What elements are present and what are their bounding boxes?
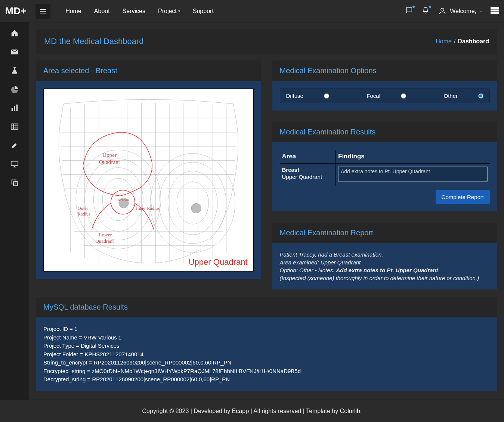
page-title: MD the Medical Dashboard [44,37,144,46]
hamburger-icon [40,8,46,14]
footer-text-before: Copyright © 2023 | Developed by [142,408,232,414]
bell-icon [421,6,430,15]
chevron-down-icon: ⌄ [479,9,482,13]
mysql-line: Project ID = 1 [43,325,490,333]
breadcrumb-sep: / [454,38,455,45]
area-sub: Upper Quadrant [282,174,334,180]
pie-chart-icon [10,85,19,93]
report-card-header: Medical Examination Report [272,223,498,243]
page-header: MD the Medical Dashboard Home / Dashboar… [36,29,497,54]
svg-text:Outer: Outer [78,206,88,211]
breadcrumb: Home / Dashboard [436,38,489,45]
footer-link-ecapp[interactable]: Ecapp [232,408,249,414]
report-line-4: (Inspected (someone) thoroughly in order… [280,274,490,282]
report-line-2: Area examined: Upper Quadrant [280,258,490,266]
svg-rect-2 [491,10,499,11]
footer-text-mid: | All rights reserved | Template by [249,408,340,414]
results-card-body: Area Findings Breast Upper Quadrant [272,142,498,211]
report-card-body: Patient Tracey, had a Breast examination… [272,243,498,289]
brand-logo: MD+ [5,5,27,17]
option-other-radio[interactable] [478,93,483,99]
svg-rect-4 [12,108,13,111]
mysql-card: MySQL database Results Project ID = 1 Pr… [36,297,497,391]
area-card-title: Area selected - Breast [43,66,254,75]
svg-text:Areola: Areola [117,198,129,202]
medical-image-area: Upper Quadrant Outer Radius Inner Radius… [43,89,254,271]
svg-text:Upper: Upper [102,152,117,158]
option-focal-radio[interactable] [401,93,406,99]
options-card-header: Medical Examination Options [272,60,498,81]
svg-rect-5 [14,106,15,111]
sidebar-item-table[interactable] [10,122,19,131]
nav-project[interactable]: Project ▾ [158,8,180,15]
table-icon [10,122,19,131]
svg-rect-7 [11,161,18,166]
hamburger-toggle[interactable] [35,4,50,19]
sidebar-item-edit[interactable] [10,141,19,149]
bar-chart-icon [10,104,19,112]
area-name: Breast [282,167,334,173]
mysql-card-header: MySQL database Results [36,297,497,317]
complete-report-button[interactable]: Complete Report [436,190,490,204]
notifications-button[interactable] [421,6,430,16]
sidebar-item-pie[interactable] [10,85,19,93]
topbar: MD+ Home About Services Project ▾ Suppor… [0,0,504,22]
options-card: Medical Examination Options Diffuse Foca… [272,60,498,111]
footer-text: Copyright © 2023 | Developed by Ecapp | … [142,408,362,415]
results-card-header: Medical Examination Results [272,122,498,142]
columns: Area selected - Breast [36,60,497,289]
breadcrumb-current: Dashboard [458,38,489,45]
breadcrumb-home[interactable]: Home [436,38,452,45]
options-card-title: Medical Examination Options [280,66,490,75]
mysql-line: String_to_encrypt = RP20201126090200|sce… [43,359,490,367]
menu-lines-icon [491,7,499,14]
mysql-line: Decrypted_string = RP20201126090200|scen… [43,375,490,384]
svg-text:Quadrant: Quadrant [99,159,120,165]
envelope-icon [10,48,19,56]
col-left: Area selected - Breast [36,60,261,279]
svg-rect-3 [491,12,499,14]
option-diffuse-radio[interactable] [324,93,329,99]
chevron-down-icon: ▾ [178,9,180,13]
sidebar-item-copy[interactable] [10,179,19,187]
results-card: Medical Examination Results Area Finding… [272,122,498,211]
report-line-3-notes: Add extra notes to Pt. Upper Quadrant [336,267,438,273]
options-row: Diffuse Focal Other [280,89,490,103]
report-line-3: Option: Other - Notes: Add extra notes t… [280,266,490,274]
anatomy-wireframe: Upper Quadrant Outer Radius Inner Radius… [49,94,248,266]
mysql-card-body: Project ID = 1 Project Name = VRW Variou… [36,317,497,391]
user-icon [438,7,447,16]
svg-rect-6 [16,105,18,111]
mysql-card-title: MySQL database Results [43,303,490,311]
notifications-badge [429,6,431,8]
flask-icon [10,66,19,75]
sidebar-item-bar[interactable] [10,104,19,112]
option-diffuse-label: Diffuse [286,93,303,99]
options-card-body: Diffuse Focal Other [272,81,498,111]
sidebar-item-home[interactable] [10,29,19,37]
svg-text:Radius: Radius [78,211,90,217]
nav-about[interactable]: About [94,8,110,15]
right-panel-toggle[interactable] [491,7,499,15]
sidebar-item-monitor[interactable] [10,160,19,168]
messages-button[interactable] [405,6,413,16]
svg-rect-1 [491,7,499,9]
nav-project-label: Project [158,8,177,15]
user-menu[interactable]: Welcome, ⌄ [438,7,482,16]
sidebar-item-mail[interactable] [10,48,19,56]
sidebar-item-lab[interactable] [10,66,19,75]
results-table: Area Findings Breast Upper Quadrant [280,150,490,186]
mysql-line: Project Type = Digital Services [43,342,490,350]
findings-textarea[interactable] [338,167,488,181]
welcome-text: Welcome, [450,8,476,15]
nav-services[interactable]: Services [123,8,145,15]
main-content: MD the Medical Dashboard Home / Dashboar… [29,22,504,400]
nav-home[interactable]: Home [65,8,81,15]
footer-link-colorlib[interactable]: Colorlib [340,408,360,414]
chat-icon [405,6,413,15]
image-label: Upper Quadrant [189,257,248,267]
svg-text:Lower: Lower [99,232,112,238]
svg-text:Quadrant: Quadrant [95,238,114,244]
nav-support[interactable]: Support [193,8,214,15]
col-area-header: Area [280,150,336,164]
